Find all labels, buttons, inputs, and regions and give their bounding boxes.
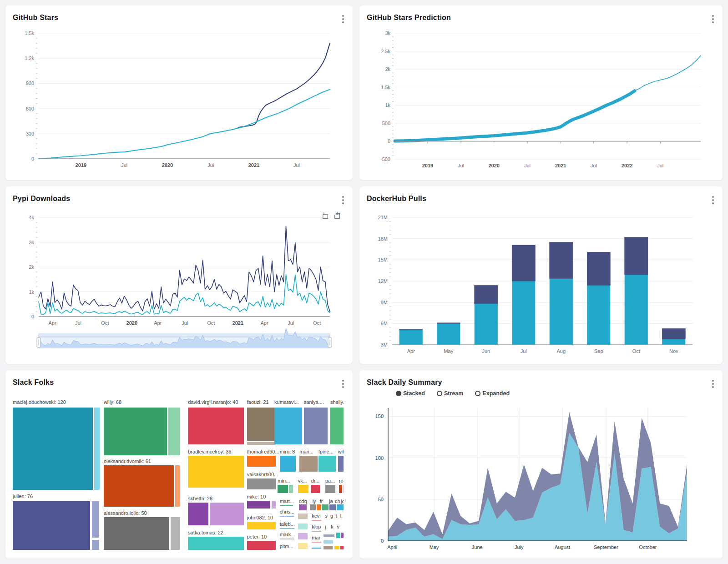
treemap-cell-label: wil...	[338, 449, 344, 454]
kebab-menu-icon[interactable]	[340, 378, 346, 390]
kebab-menu-icon[interactable]	[710, 194, 716, 206]
treemap-cell[interactable]	[312, 542, 321, 543]
treemap-cell[interactable]	[324, 540, 334, 544]
treemap-cell[interactable]	[247, 408, 276, 441]
treemap-cell[interactable]	[310, 504, 316, 510]
treemap-cell[interactable]	[13, 408, 93, 490]
treemap-cell[interactable]	[210, 503, 244, 525]
svg-text:Jul: Jul	[458, 163, 464, 168]
treemap-cell[interactable]	[336, 533, 340, 538]
svg-text:Jul: Jul	[293, 162, 300, 168]
treemap-cell[interactable]	[299, 456, 318, 472]
svg-text:1k: 1k	[29, 289, 34, 295]
svg-text:2020: 2020	[162, 162, 173, 168]
treemap-cell[interactable]	[247, 522, 276, 529]
treemap-cell[interactable]	[322, 504, 328, 510]
treemap-cell[interactable]	[274, 408, 302, 444]
treemap-cell[interactable]	[298, 533, 307, 539]
svg-text:Jul: Jul	[207, 162, 214, 168]
treemap-cell[interactable]	[299, 504, 307, 510]
legend-item-stream[interactable]: Stream	[437, 390, 463, 397]
treemap-cell[interactable]	[304, 408, 328, 444]
stars-fork-line	[238, 43, 330, 127]
treemap-cell[interactable]	[188, 503, 208, 525]
axes: 03006009001.2k1.5k2019Jul2020Jul2021Jul	[25, 30, 330, 168]
treemap-cell[interactable]	[247, 478, 276, 489]
treemap-cell-label: pitm...	[280, 544, 293, 549]
treemap-cell[interactable]	[188, 537, 244, 550]
dashboard: { "icons": { "card_menu": "kebab-menu-ic…	[0, 0, 728, 564]
datazoom-slider[interactable]	[37, 328, 332, 348]
treemap-cell[interactable]	[324, 546, 333, 549]
panel-dockerhub-pulls: DockerHub Pulls 3M6M9M12M15M18M21MAprMay…	[359, 186, 723, 364]
treemap-cell[interactable]	[334, 546, 340, 549]
treemap-cell[interactable]	[298, 485, 308, 493]
treemap-cell[interactable]	[312, 531, 321, 532]
svg-text:150: 150	[375, 413, 384, 419]
kebab-menu-icon[interactable]	[340, 13, 346, 25]
treemap-cell[interactable]	[325, 485, 335, 493]
treemap-cell[interactable]	[247, 456, 276, 467]
treemap-cell[interactable]	[298, 543, 307, 549]
treemap-cell[interactable]	[175, 465, 180, 507]
treemap-cell[interactable]	[280, 505, 293, 506]
treemap-cell[interactable]	[329, 504, 335, 510]
treemap-cell[interactable]	[247, 501, 270, 509]
treemap-cell[interactable]	[272, 501, 276, 509]
restore-icon[interactable]	[333, 212, 341, 220]
treemap-cell[interactable]	[324, 534, 334, 537]
treemap-cell[interactable]	[311, 485, 320, 493]
treemap-cell[interactable]	[92, 501, 100, 538]
treemap-cell[interactable]	[317, 504, 321, 510]
treemap-cell[interactable]	[318, 456, 336, 472]
treemap-cell[interactable]	[280, 516, 295, 517]
treemap-cell[interactable]	[188, 408, 244, 444]
treemap-cell[interactable]	[298, 524, 307, 529]
treemap-cell-label: ly	[313, 499, 316, 504]
kebab-menu-icon[interactable]	[340, 194, 346, 206]
treemap-cell-label: ch	[335, 499, 340, 504]
treemap-cell[interactable]	[171, 517, 180, 550]
treemap-cell[interactable]	[338, 456, 344, 472]
svg-text:April: April	[387, 544, 397, 550]
downloads-line	[39, 274, 330, 314]
svg-text:6M: 6M	[381, 321, 388, 326]
legend-item-expanded[interactable]: Expanded	[475, 390, 510, 397]
treemap-cell[interactable]	[280, 539, 295, 539]
treemap-cell[interactable]	[278, 485, 288, 493]
treemap-cell[interactable]	[289, 485, 293, 493]
legend-item-stacked[interactable]: Stacked	[396, 390, 425, 397]
treemap-cell[interactable]	[341, 533, 344, 538]
treemap-cell[interactable]	[13, 501, 90, 550]
treemap-cell[interactable]	[339, 485, 342, 493]
bar-bottom-Jul	[512, 281, 535, 345]
treemap-cell[interactable]	[104, 408, 167, 455]
treemap-cell[interactable]	[247, 541, 276, 550]
treemap-cell[interactable]	[247, 442, 276, 445]
treemap-cell-label: jo	[341, 499, 344, 504]
treemap-cell[interactable]	[168, 408, 180, 455]
kebab-menu-icon[interactable]	[710, 13, 716, 25]
treemap-cell-label: willy: 68	[104, 399, 121, 405]
bar-bottom-Apr	[399, 330, 423, 345]
treemap-cell[interactable]	[188, 456, 244, 488]
treemap-cell[interactable]	[330, 408, 344, 444]
data-zoom-icon[interactable]	[321, 212, 329, 220]
treemap-cell[interactable]	[312, 520, 321, 521]
treemap-cell[interactable]	[104, 517, 169, 550]
treemap-cell[interactable]	[92, 540, 100, 550]
treemap-cell[interactable]	[312, 548, 321, 549]
pypi-downloads-chart: 01k2k3k4kAprJulOct2020AprJulOct2021AprJu…	[5, 186, 353, 364]
kebab-menu-icon[interactable]	[710, 378, 716, 390]
treemap-cell[interactable]	[280, 456, 296, 472]
treemap-cell[interactable]	[104, 465, 174, 507]
treemap-cell-label: saniya....	[304, 399, 324, 405]
treemap-cell-label: ja	[329, 499, 333, 504]
treemap-cell[interactable]	[280, 528, 295, 529]
treemap-cell[interactable]	[337, 504, 344, 510]
bar-top-Aug	[550, 242, 573, 278]
treemap-cell[interactable]	[343, 485, 344, 493]
treemap-cell[interactable]	[340, 546, 344, 549]
treemap-cell[interactable]	[94, 408, 100, 490]
treemap-cell[interactable]	[298, 514, 307, 519]
